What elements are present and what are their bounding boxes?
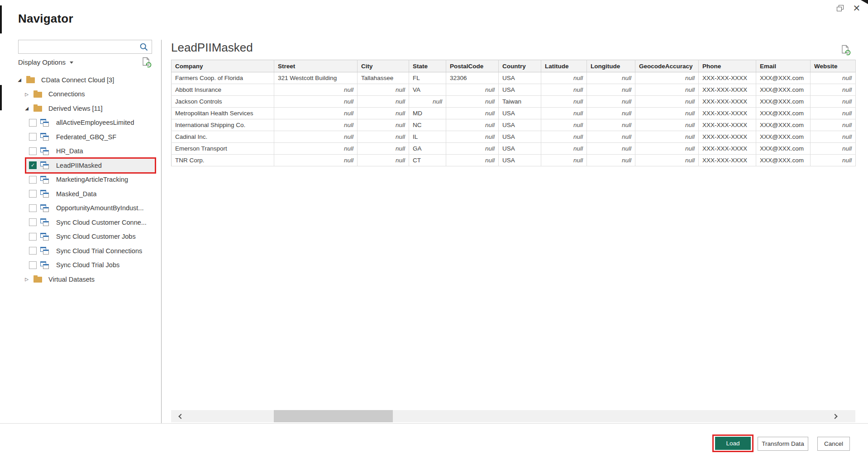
column-header: State xyxy=(409,60,446,72)
background-window-edge xyxy=(0,5,2,33)
view-icon xyxy=(40,176,49,184)
search-box xyxy=(18,40,152,54)
load-button[interactable]: Load xyxy=(715,437,751,450)
tree-item-label: MarketingArticleTracking xyxy=(56,176,128,183)
item-checkbox[interactable] xyxy=(29,119,37,127)
table-cell: USA xyxy=(499,84,541,96)
view-icon-front xyxy=(43,150,49,155)
table-cell: null xyxy=(274,96,358,108)
tree-item-allactiveemployeeslimited[interactable]: allActiveEmployeesLimited xyxy=(0,116,161,130)
item-checkbox[interactable] xyxy=(29,176,37,184)
table-cell: null xyxy=(587,72,635,84)
table-cell: XXX-XXX-XXXX xyxy=(699,131,756,143)
column-header: Email xyxy=(756,60,811,72)
tree-item-sync-cloud-customer-jobs[interactable]: Sync Cloud Customer Jobs xyxy=(0,230,161,244)
refresh-preview-button[interactable] xyxy=(841,45,851,57)
tree-item-derived-views-11-[interactable]: ◢Derived Views [11] xyxy=(0,101,161,116)
load-button-annotation: Load xyxy=(712,434,754,452)
display-options-label: Display Options xyxy=(18,58,66,66)
table-cell: null xyxy=(358,131,409,143)
table-cell: CT xyxy=(409,155,446,166)
tree-item-cdata-connect-cloud-3-[interactable]: ◢CData Connect Cloud [3] xyxy=(0,73,161,87)
table-cell: null xyxy=(541,119,587,131)
expand-arrow-icon[interactable]: ▷ xyxy=(24,92,30,97)
table-cell: null xyxy=(811,155,856,166)
item-checkbox[interactable] xyxy=(29,218,37,226)
item-checkbox[interactable] xyxy=(29,247,37,255)
table-cell: 321 Westcott Building xyxy=(274,72,358,84)
table-cell: null xyxy=(635,96,699,108)
tree-item-marketingarticletracking[interactable]: MarketingArticleTracking xyxy=(0,173,161,187)
table-cell: International Shipping Co. xyxy=(172,119,274,131)
table-cell: null xyxy=(587,131,635,143)
table-cell: null xyxy=(811,84,856,96)
table-cell: null xyxy=(635,155,699,166)
tree-item-federated-gbq-sf[interactable]: Federated_GBQ_SF xyxy=(0,130,161,144)
tree-item-sync-cloud-trial-jobs[interactable]: Sync Cloud Trial Jobs xyxy=(0,258,161,273)
tree-item-virtual-datasets[interactable]: ▷Virtual Datasets xyxy=(0,272,161,287)
table-cell: XXX@XXX.com xyxy=(756,108,811,119)
table-cell: null xyxy=(541,96,587,108)
tree-item-sync-cloud-customer-conne-[interactable]: Sync Cloud Customer Conne... xyxy=(0,215,161,230)
item-checkbox[interactable] xyxy=(29,190,37,198)
refresh-source-button[interactable] xyxy=(142,57,152,70)
item-checkbox[interactable] xyxy=(29,233,37,241)
transform-data-button[interactable]: Transform Data xyxy=(758,437,808,451)
column-header: Latitude xyxy=(541,60,587,72)
table-cell: XXX-XXX-XXXX xyxy=(699,155,756,166)
refresh-icon xyxy=(142,57,152,68)
close-button[interactable]: ✕ xyxy=(851,2,863,14)
tree-item-label: Virtual Datasets xyxy=(48,276,95,283)
table-cell: null xyxy=(358,155,409,166)
item-checkbox[interactable] xyxy=(29,147,37,155)
table-cell: USA xyxy=(499,143,541,155)
table-cell: XXX@XXX.com xyxy=(756,119,811,131)
tree-item-label: Sync Cloud Trial Connections xyxy=(56,247,142,255)
table-row: Farmers Coop. of Florida321 Westcott Bui… xyxy=(172,72,856,84)
view-icon xyxy=(40,133,49,141)
preview-table: CompanyStreetCityStatePostalCodeCountryL… xyxy=(171,60,856,166)
restore-button[interactable] xyxy=(834,2,846,14)
table-cell: XXX@XXX.com xyxy=(756,96,811,108)
table-row: Metropolitan Health ServicesnullnullMDnu… xyxy=(172,108,856,119)
view-icon-front xyxy=(43,250,49,255)
table-cell: USA xyxy=(499,131,541,143)
item-checkbox[interactable] xyxy=(29,204,37,212)
table-cell: null xyxy=(446,96,499,108)
tree-item-opportunityamountbyindust-[interactable]: OpportunityAmountByIndust... xyxy=(0,201,161,216)
tree-item-masked-data[interactable]: Masked_Data xyxy=(0,187,161,201)
tree-item-sync-cloud-trial-connections[interactable]: Sync Cloud Trial Connections xyxy=(0,244,161,258)
column-header: Street xyxy=(274,60,358,72)
tree-item-leadpiimasked[interactable]: ✓LeadPIIMasked xyxy=(0,158,161,173)
expand-arrow-icon[interactable]: ▷ xyxy=(24,277,30,282)
scroll-right-button[interactable] xyxy=(829,410,842,422)
display-options-dropdown[interactable]: Display Options xyxy=(18,58,73,66)
table-header-row: CompanyStreetCityStatePostalCodeCountryL… xyxy=(172,60,856,72)
horizontal-scrollbar[interactable] xyxy=(171,410,855,422)
table-cell: Farmers Coop. of Florida xyxy=(172,72,274,84)
cancel-button[interactable]: Cancel xyxy=(817,437,850,451)
chevron-down-icon xyxy=(70,61,73,64)
collapse-arrow-icon[interactable]: ◢ xyxy=(24,106,30,111)
column-header: Phone xyxy=(699,60,756,72)
view-icon-front xyxy=(43,193,49,198)
tree-item-connections[interactable]: ▷Connections xyxy=(0,87,161,102)
search-input[interactable] xyxy=(19,40,139,53)
item-checkbox[interactable] xyxy=(29,261,37,269)
table-row: TNR Corp.nullnullCTnullUSAnullnullnullXX… xyxy=(172,155,856,166)
close-icon: ✕ xyxy=(853,3,861,14)
item-checkbox[interactable]: ✓ xyxy=(29,161,37,169)
tree-item-hr-data[interactable]: HR_Data xyxy=(0,144,161,159)
chevron-left-icon xyxy=(178,414,183,419)
view-icon-front xyxy=(43,179,49,184)
table-row: Jackson ControlsnullnullnullnullTaiwannu… xyxy=(172,96,856,108)
table-row: Emerson TransportnullnullGAnullUSAnullnu… xyxy=(172,143,856,155)
tree-item-label: Sync Cloud Customer Jobs xyxy=(56,233,136,240)
item-checkbox[interactable] xyxy=(29,133,37,141)
scrollbar-thumb[interactable] xyxy=(274,410,393,422)
collapse-arrow-icon[interactable]: ◢ xyxy=(16,77,23,82)
table-cell: null xyxy=(635,143,699,155)
folder-icon xyxy=(33,277,42,283)
table-cell: null xyxy=(358,96,409,108)
scroll-left-button[interactable] xyxy=(174,410,186,422)
